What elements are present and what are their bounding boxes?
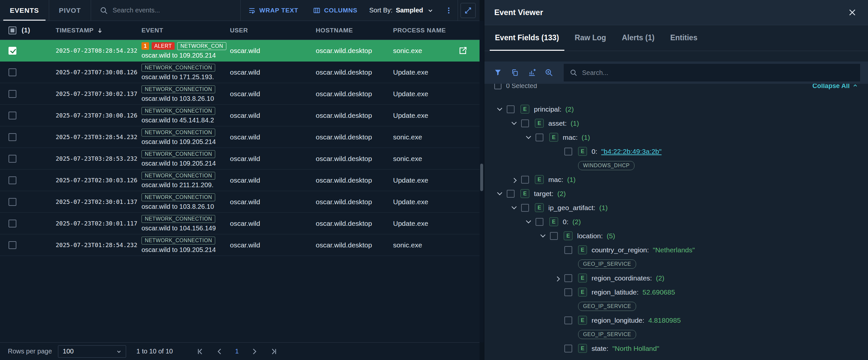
tree-checkbox[interactable] xyxy=(507,190,515,198)
next-page-button[interactable] xyxy=(249,346,260,357)
close-button[interactable] xyxy=(846,6,858,18)
tree-checkbox[interactable] xyxy=(564,246,572,254)
table-row[interactable]: 2025-07-23T07:30:02.137 NETWORK_CONNECTI… xyxy=(0,83,479,105)
row-checkbox[interactable] xyxy=(8,90,17,98)
column-header-process-name[interactable]: PROCESS NAME xyxy=(393,27,479,34)
table-row[interactable]: 2025-07-23T02:30:01.117 NETWORK_CONNECTI… xyxy=(0,213,479,234)
chevron-down-icon[interactable] xyxy=(511,120,517,125)
tree-checkbox[interactable] xyxy=(507,105,515,113)
tab-raw-log[interactable]: Raw Log xyxy=(567,25,614,51)
row-checkbox[interactable] xyxy=(8,68,17,76)
column-header-user[interactable]: USER xyxy=(230,27,316,34)
row-checkbox[interactable] xyxy=(8,198,17,206)
tree-row[interactable]: E0:(2) xyxy=(485,215,868,229)
tree-row[interactable]: Eregion_longitude:4.8180985 xyxy=(485,313,868,327)
table-row[interactable]: 2025-07-23T02:30:03.126 NETWORK_CONNECTI… xyxy=(0,169,479,191)
chevron-down-icon[interactable] xyxy=(526,134,531,139)
table-row[interactable]: 2025-07-23T03:28:54.232 NETWORK_CONNECTI… xyxy=(0,126,479,148)
tree-checkbox[interactable] xyxy=(535,134,544,141)
chevron-down-icon[interactable] xyxy=(497,190,502,195)
tab-entities[interactable]: Entities xyxy=(662,25,705,51)
chevron-down-icon[interactable] xyxy=(511,204,517,209)
add-chart-button[interactable] xyxy=(524,65,539,80)
wrap-text-button[interactable]: WRAP TEXT xyxy=(241,0,306,21)
tab-events[interactable]: EVENTS xyxy=(0,0,49,21)
events-search[interactable] xyxy=(91,0,241,21)
tree-checkbox[interactable] xyxy=(535,218,544,226)
events-search-input[interactable] xyxy=(113,6,221,14)
row-checkbox[interactable] xyxy=(8,176,17,184)
chevron-down-icon[interactable] xyxy=(540,232,546,238)
select-all-checkbox[interactable] xyxy=(8,27,17,34)
tree-checkbox[interactable] xyxy=(550,232,558,240)
row-checkbox[interactable] xyxy=(8,155,17,163)
column-header-event[interactable]: EVENT xyxy=(142,27,230,34)
table-row[interactable]: 2025-07-23T02:30:01.137 NETWORK_CONNECTI… xyxy=(0,191,479,213)
tree-row[interactable]: Easset:(1) xyxy=(485,116,868,130)
more-options-icon xyxy=(444,6,453,15)
tree-row[interactable]: Emac:(1) xyxy=(485,172,868,187)
tree-checkbox[interactable] xyxy=(521,120,529,127)
scrollbar-thumb[interactable] xyxy=(480,164,483,191)
sort-by-control[interactable]: Sort By: Sampled xyxy=(365,0,439,21)
chevron-down-icon[interactable] xyxy=(526,218,531,224)
table-row[interactable]: 2025-07-23T07:30:08.126 NETWORK_CONNECTI… xyxy=(0,62,479,83)
chevron-right-icon[interactable] xyxy=(511,178,517,183)
tab-alerts-1[interactable]: Alerts (1) xyxy=(614,25,662,51)
tree-checkbox[interactable] xyxy=(521,204,529,212)
rows-per-page-value: 100 xyxy=(63,348,74,355)
copy-fields-button[interactable] xyxy=(507,65,522,80)
tree-row[interactable]: E0:"b4:22:2b:49:3a:2b" xyxy=(485,144,868,158)
row-checkbox[interactable] xyxy=(8,220,17,227)
fields-search[interactable] xyxy=(564,64,860,81)
columns-button[interactable]: COLUMNS xyxy=(306,0,365,21)
table-row[interactable]: 2025-07-23T07:30:00.126 NETWORK_CONNECTI… xyxy=(0,105,479,126)
expand-table-button[interactable] xyxy=(461,3,475,18)
tree-row[interactable]: Emac:(1) xyxy=(485,130,868,144)
tree-row[interactable]: Estate:"North Holland" xyxy=(485,341,868,355)
chevron-right-icon[interactable] xyxy=(555,276,560,282)
column-header-hostname[interactable]: HOSTNAME xyxy=(316,27,393,34)
table-scrollbar[interactable] xyxy=(479,21,484,342)
tree-checkbox[interactable] xyxy=(564,288,572,296)
tree-checkbox[interactable] xyxy=(564,317,572,324)
open-event-icon[interactable] xyxy=(458,46,468,56)
more-options-button[interactable] xyxy=(440,0,458,21)
collapse-all-link[interactable]: Collapse All xyxy=(812,84,859,90)
tree-row[interactable]: Elocation:(5) xyxy=(485,229,868,243)
tree-row[interactable]: Eregion_coordinates:(2) xyxy=(485,271,868,285)
tab-event-fields-133[interactable]: Event Fields (133) xyxy=(487,25,567,51)
rows-per-page-select[interactable]: 100 xyxy=(58,345,126,358)
tree-row[interactable]: Eip_geo_artifact:(1) xyxy=(485,201,868,215)
filter-fields-button[interactable] xyxy=(490,65,505,80)
row-checkbox[interactable] xyxy=(8,111,17,120)
event-detail: oscar.wild to 109.205.214 xyxy=(142,52,226,59)
tree-row[interactable]: Ecountry_or_region:"Netherlands" xyxy=(485,243,868,257)
tree-badge-row: GEO_IP_SERVICE xyxy=(485,299,868,313)
field-value[interactable]: "b4:22:2b:49:3a:2b" xyxy=(601,148,662,156)
row-checkbox[interactable] xyxy=(8,133,17,141)
table-row[interactable]: 2025-07-23T08:28:54.232 1ALERTNETWORK_CO… xyxy=(0,40,479,62)
tree-checkbox[interactable] xyxy=(521,176,529,184)
chevron-down-icon[interactable] xyxy=(497,106,502,111)
last-page-button[interactable] xyxy=(268,346,279,357)
current-page[interactable]: 1 xyxy=(234,348,240,355)
tree-checkbox[interactable] xyxy=(564,148,572,156)
column-header-timestamp[interactable]: TIMESTAMP xyxy=(56,27,142,34)
row-checkbox[interactable] xyxy=(8,47,17,55)
tree-row[interactable]: Eregion_latitude:52.690685 xyxy=(485,285,868,299)
prev-page-button[interactable] xyxy=(214,346,225,357)
table-row[interactable]: 2025-07-23T01:28:54.232 NETWORK_CONNECTI… xyxy=(0,234,479,256)
select-all-fields-checkbox[interactable] xyxy=(494,84,501,89)
fields-search-input[interactable] xyxy=(582,69,854,76)
row-checkbox[interactable] xyxy=(8,241,17,249)
first-page-button[interactable] xyxy=(194,346,206,357)
table-row[interactable]: 2025-07-23T03:28:53.232 NETWORK_CONNECTI… xyxy=(0,148,479,169)
tab-pivot[interactable]: PIVOT xyxy=(49,0,91,21)
tree-row[interactable]: Etarget:(2) xyxy=(485,187,868,201)
tree-checkbox[interactable] xyxy=(564,345,572,353)
udm-search-button[interactable] xyxy=(541,65,557,80)
chevron-slot xyxy=(521,135,535,139)
tree-row[interactable]: Eprincipal:(2) xyxy=(485,102,868,116)
tree-checkbox[interactable] xyxy=(564,274,572,282)
